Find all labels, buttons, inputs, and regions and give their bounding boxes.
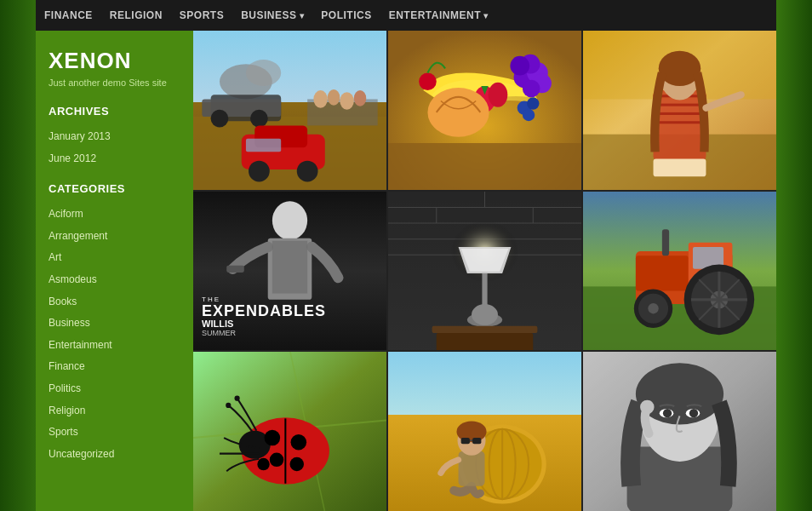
svg-point-115	[689, 409, 698, 417]
svg-point-87	[265, 430, 281, 446]
archive-jun-2012[interactable]: June 2012	[49, 148, 180, 170]
svg-rect-19	[388, 143, 581, 190]
svg-point-80	[648, 303, 658, 313]
svg-point-90	[290, 457, 305, 472]
site-title: XENON	[49, 48, 180, 74]
svg-rect-67	[636, 256, 689, 290]
svg-point-32	[419, 72, 437, 90]
site-subtitle: Just another demo Sites site	[49, 78, 180, 88]
svg-rect-40	[654, 121, 706, 123]
cat-finance[interactable]: Finance	[49, 356, 180, 378]
categories-heading: CATEGORIES	[49, 182, 180, 195]
image-grid: THE EXPENDABLES WILLIS SUMMER	[193, 31, 776, 511]
top-nav: FINANCE RELIGION SPORTS BUSINESS POLITIC…	[36, 0, 776, 31]
cat-entertainment[interactable]: Entertainment	[49, 335, 180, 357]
cat-uncategorized[interactable]: Uncategorized	[49, 444, 180, 466]
svg-rect-47	[272, 240, 307, 293]
nav-entertainment[interactable]: ENTERTAINMENT	[389, 9, 489, 21]
svg-point-16	[340, 92, 354, 110]
nav-business[interactable]: BUSINESS	[241, 9, 304, 21]
svg-rect-39	[654, 112, 706, 115]
svg-rect-70	[662, 229, 669, 256]
svg-point-6	[211, 110, 229, 128]
expendables-overlay-text: THE EXPENDABLES WILLIS SUMMER	[202, 296, 326, 337]
svg-rect-38	[654, 104, 706, 106]
svg-point-14	[313, 90, 328, 108]
cat-art[interactable]: Art	[49, 247, 180, 269]
svg-point-114	[663, 409, 672, 417]
cat-sports[interactable]: Sports	[49, 422, 180, 444]
grid-cell-lamp[interactable]	[388, 192, 581, 351]
svg-point-17	[354, 90, 366, 106]
svg-point-116	[640, 400, 655, 415]
nav-religion[interactable]: RELIGION	[110, 9, 163, 21]
cat-business[interactable]: Business	[49, 313, 180, 335]
archive-jan-2013[interactable]: January 2013	[49, 126, 180, 148]
svg-point-91	[257, 458, 269, 470]
svg-point-43	[659, 51, 701, 86]
svg-rect-12	[246, 139, 281, 152]
svg-point-7	[250, 110, 268, 128]
svg-rect-63	[437, 333, 534, 351]
svg-point-27	[489, 83, 508, 107]
svg-rect-104	[472, 438, 481, 444]
grid-cell-beetle[interactable]	[193, 352, 386, 511]
svg-point-61	[472, 304, 498, 325]
svg-rect-103	[461, 438, 470, 444]
expendables-summer: SUMMER	[202, 329, 326, 337]
nav-politics[interactable]: POLITICS	[321, 9, 371, 21]
cat-religion[interactable]: Religion	[49, 400, 180, 422]
svg-rect-41	[654, 159, 706, 177]
archives-heading: ARCHIVES	[49, 105, 180, 118]
svg-point-11	[297, 161, 318, 182]
svg-point-89	[270, 453, 284, 468]
svg-point-31	[523, 109, 535, 121]
cat-politics[interactable]: Politics	[49, 378, 180, 400]
svg-point-23	[510, 56, 529, 76]
expendables-willis: WILLIS	[202, 319, 326, 329]
cat-books[interactable]: Books	[49, 291, 180, 313]
grid-cell-hayfield[interactable]	[388, 352, 581, 511]
sidebar: XENON Just another demo Sites site ARCHI…	[36, 31, 193, 511]
content-area: XENON Just another demo Sites site ARCHI…	[36, 31, 776, 511]
cat-arrangement[interactable]: Arrangement	[49, 226, 180, 248]
grid-cell-expendables[interactable]: THE EXPENDABLES WILLIS SUMMER	[193, 192, 386, 351]
expendables-title: EXPENDABLES	[202, 303, 326, 319]
svg-point-3	[246, 60, 281, 86]
grid-cell-tractor[interactable]	[583, 192, 776, 351]
svg-rect-48	[226, 265, 244, 272]
nav-finance[interactable]: FINANCE	[44, 9, 93, 21]
cat-asmodeus[interactable]: Asmodeus	[49, 269, 180, 291]
grid-cell-woman-bw[interactable]	[583, 352, 776, 511]
nav-sports[interactable]: SPORTS	[180, 9, 224, 21]
main-wrapper: FINANCE RELIGION SPORTS BUSINESS POLITIC…	[36, 0, 776, 511]
cat-aciform[interactable]: Aciform	[49, 204, 180, 226]
svg-point-88	[291, 434, 307, 451]
svg-point-30	[527, 97, 539, 109]
svg-point-92	[234, 396, 239, 401]
grid-cell-cars[interactable]	[193, 31, 386, 190]
svg-point-45	[272, 201, 307, 239]
svg-rect-62	[432, 325, 538, 332]
grid-cell-girl[interactable]	[583, 31, 776, 190]
svg-point-93	[226, 403, 231, 408]
svg-point-10	[249, 161, 270, 182]
svg-rect-100	[459, 451, 485, 486]
grid-cell-fruits[interactable]	[388, 31, 581, 190]
svg-point-25	[523, 80, 540, 98]
svg-point-15	[328, 89, 340, 106]
